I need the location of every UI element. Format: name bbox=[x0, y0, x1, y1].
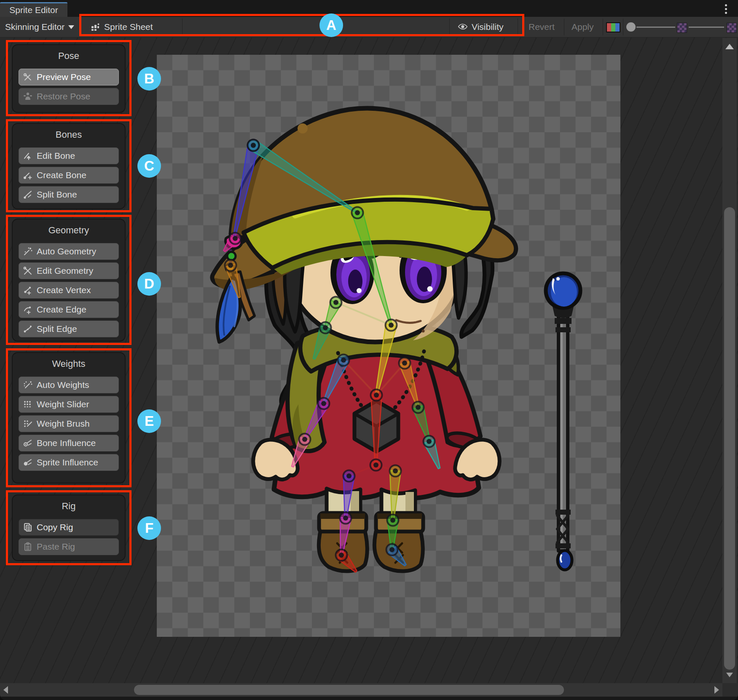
sprite-opacity-swatch-icon[interactable] bbox=[677, 23, 687, 33]
scroll-up-icon[interactable] bbox=[725, 44, 734, 49]
opacity-slider-knob[interactable] bbox=[626, 22, 636, 32]
tab-sprite-editor[interactable]: Sprite Editor bbox=[0, 2, 67, 17]
badge-e: E bbox=[137, 409, 161, 433]
annotation-box-d bbox=[6, 215, 131, 345]
badge-d: D bbox=[137, 272, 161, 296]
skeleton-overlay[interactable] bbox=[157, 55, 620, 637]
annotation-box-e bbox=[6, 348, 131, 487]
mode-dropdown-label: Skinning Editor bbox=[5, 22, 64, 32]
bone-opacity-slider-track[interactable] bbox=[689, 27, 724, 28]
toolbar-separator bbox=[623, 19, 623, 35]
badge-a: A bbox=[319, 13, 343, 37]
chevron-down-icon bbox=[68, 25, 74, 29]
revert-button[interactable]: Revert bbox=[529, 17, 555, 37]
vertical-scrollbar[interactable] bbox=[722, 38, 737, 683]
vertical-scroll-thumb[interactable] bbox=[724, 207, 735, 670]
badge-b: B bbox=[137, 67, 161, 91]
skinning-editor-dropdown[interactable]: Skinning Editor bbox=[5, 17, 74, 37]
scroll-down-icon[interactable] bbox=[726, 673, 733, 677]
horizontal-scroll-thumb[interactable] bbox=[134, 685, 564, 695]
annotation-box-a bbox=[79, 14, 524, 36]
scroll-right-icon[interactable] bbox=[714, 686, 719, 694]
revert-label: Revert bbox=[529, 22, 555, 32]
annotation-box-b bbox=[6, 40, 131, 116]
scrollbar-corner bbox=[722, 683, 738, 697]
color-channels-icon[interactable] bbox=[606, 22, 620, 32]
apply-label: Apply bbox=[572, 22, 594, 32]
apply-button[interactable]: Apply bbox=[572, 17, 594, 37]
scroll-left-icon[interactable] bbox=[3, 686, 8, 694]
tab-sprite-editor-label: Sprite Editor bbox=[9, 5, 58, 15]
badge-c: C bbox=[137, 154, 161, 178]
annotation-box-c bbox=[6, 119, 131, 212]
opacity-slider-track[interactable] bbox=[636, 27, 675, 28]
toolbar-separator bbox=[603, 19, 603, 35]
badge-f: F bbox=[137, 516, 161, 540]
horizontal-scrollbar[interactable] bbox=[0, 683, 722, 697]
bone-opacity-swatch-icon[interactable] bbox=[727, 23, 737, 33]
annotation-box-f bbox=[6, 490, 131, 565]
sprite-editor-window: Sprite Editor Skinning Editor Sprite She… bbox=[0, 0, 738, 700]
sprite-canvas[interactable] bbox=[157, 55, 620, 637]
kebab-menu-icon[interactable] bbox=[725, 4, 727, 6]
toolbar-separator bbox=[564, 19, 564, 35]
window-bottom-edge bbox=[0, 697, 738, 700]
